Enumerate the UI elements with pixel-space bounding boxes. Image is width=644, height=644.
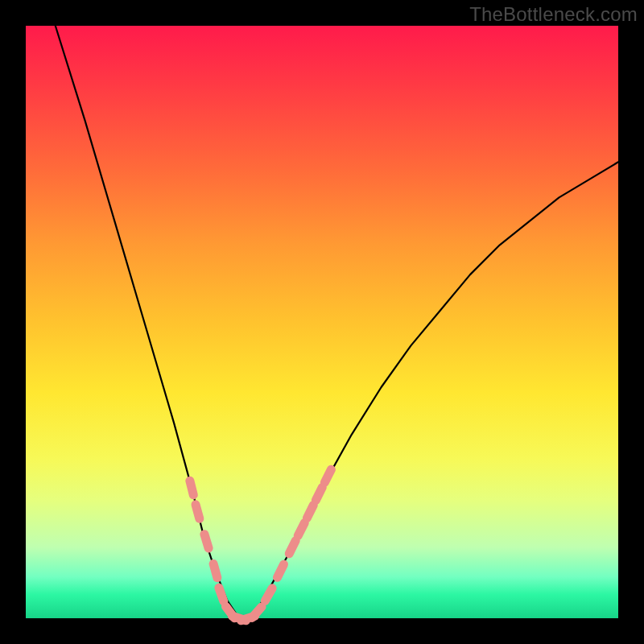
highlight-marker <box>265 588 272 601</box>
highlight-marker <box>252 607 262 618</box>
curve-layer <box>26 26 618 618</box>
highlight-marker <box>219 588 224 601</box>
watermark-text: TheBottleneck.com <box>469 3 638 26</box>
chart-frame: TheBottleneck.com <box>0 0 644 644</box>
bottleneck-curve <box>56 26 618 618</box>
highlight-marker <box>196 505 200 518</box>
highlight-markers <box>190 469 332 621</box>
plot-area <box>26 26 618 618</box>
highlight-marker <box>278 564 284 577</box>
highlight-marker <box>307 506 313 518</box>
highlight-marker <box>298 523 304 536</box>
highlight-marker <box>190 481 193 495</box>
highlight-marker <box>213 564 217 577</box>
highlight-marker <box>324 469 331 482</box>
highlight-marker <box>204 535 208 548</box>
highlight-marker <box>316 487 322 500</box>
highlight-marker <box>289 541 295 554</box>
